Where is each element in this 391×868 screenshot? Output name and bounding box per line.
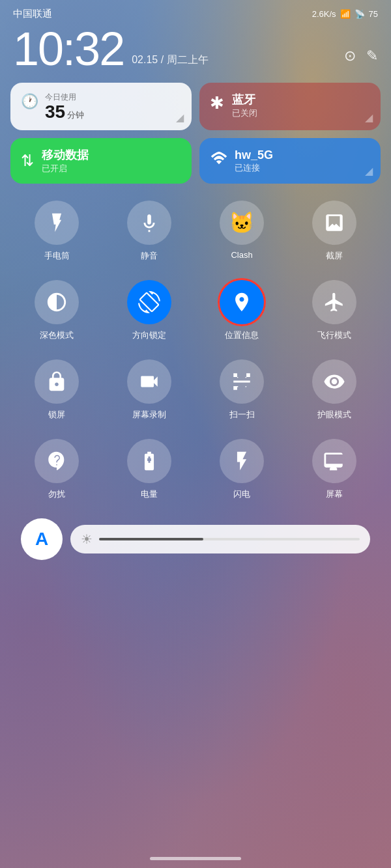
date-display: 02.15 / 周二上午 xyxy=(132,53,208,72)
clash-label: Clash xyxy=(231,250,252,260)
home-indicator[interactable] xyxy=(150,857,241,860)
eyeprotect-label: 护眼模式 xyxy=(317,409,351,421)
button-grid-row2: 深色模式 方向锁定 位置信息 飞行模式 xyxy=(10,273,381,350)
mobile-data-name: 移动数据 xyxy=(42,147,89,163)
button-grid-row4: 勿扰 电量 闪电 屏幕 xyxy=(10,432,381,509)
grid-item-location: 位置信息 xyxy=(195,273,288,350)
avatar-button[interactable]: A xyxy=(21,518,63,560)
airplane-label: 飞行模式 xyxy=(317,329,351,341)
tile-arrow-icon: ◢ xyxy=(176,111,184,124)
signal-icon: 📶 xyxy=(340,9,351,19)
control-panel: 🕐 今日使用 35 分钟 ◢ ✱ 蓝牙 已关闭 ◢ xyxy=(0,83,391,509)
mobile-data-tile[interactable]: ⇅ 移动数据 已开启 xyxy=(10,138,192,184)
button-grid-row3: 锁屏 屏幕录制 扫一扫 护眼模式 xyxy=(10,353,381,430)
airplane-button[interactable] xyxy=(312,280,356,324)
top-tiles: 🕐 今日使用 35 分钟 ◢ ✱ 蓝牙 已关闭 ◢ xyxy=(10,83,381,130)
dnd-button[interactable] xyxy=(35,439,79,483)
grid-item-screenrecord: 屏幕录制 xyxy=(103,353,195,430)
grid-item-flashlight: 手电筒 xyxy=(10,194,103,271)
grid-item-eyeprotect: 护眼模式 xyxy=(288,353,381,430)
grid-item-airplane: 飞行模式 xyxy=(288,273,381,350)
lockscreen-label: 锁屏 xyxy=(48,409,65,421)
screen-time-text: 今日使用 35 分钟 xyxy=(45,92,84,121)
clash-button[interactable]: 🐱 xyxy=(220,201,264,245)
location-label: 位置信息 xyxy=(225,329,259,341)
grid-item-battery: 电量 xyxy=(103,432,195,509)
scan-label: 扫一扫 xyxy=(229,409,255,421)
wifi-tile-icon xyxy=(210,150,228,172)
grid-item-darkmode: 深色模式 xyxy=(10,273,103,350)
screen-time-icon: 🕐 xyxy=(21,93,38,110)
wifi-status: 已连接 xyxy=(235,162,273,174)
time-display: 10:32 xyxy=(13,25,124,72)
battery-label: 75 xyxy=(369,9,378,19)
brightness-track[interactable] xyxy=(99,538,360,540)
screenrecord-button[interactable] xyxy=(127,359,171,404)
grid-item-lockscreen: 锁屏 xyxy=(10,353,103,430)
bt-tile-arrow: ◢ xyxy=(365,111,373,124)
wifi-name: hw_5G xyxy=(235,148,273,162)
mobile-data-text: 移动数据 已开启 xyxy=(42,147,89,175)
battery-label: 电量 xyxy=(141,488,158,500)
silent-button[interactable] xyxy=(127,201,171,245)
bluetooth-tile[interactable]: ✱ 蓝牙 已关闭 ◢ xyxy=(199,83,381,130)
avatar-label: A xyxy=(35,529,48,550)
wifi-tile[interactable]: hw_5G 已连接 ◢ xyxy=(199,138,381,184)
focus-icon[interactable]: ⊙ xyxy=(344,48,356,64)
grid-item-bolt: 闪电 xyxy=(195,432,288,509)
dnd-label: 勿扰 xyxy=(48,488,65,500)
screenshot-button[interactable] xyxy=(312,201,356,245)
grid-item-dnd: 勿扰 xyxy=(10,432,103,509)
grid-item-clash: 🐱 Clash xyxy=(195,194,288,271)
location-button[interactable] xyxy=(220,280,264,324)
battery-button[interactable] xyxy=(127,439,171,483)
time-block: 10:32 02.15 / 周二上午 ⊙ ✎ xyxy=(0,25,391,83)
grid-item-monitor: 屏幕 xyxy=(288,432,381,509)
screenshot-label: 截屏 xyxy=(326,250,343,262)
screen-time-unit: 分钟 xyxy=(67,109,84,121)
bolt-label: 闪电 xyxy=(233,488,250,500)
speed-label: 2.6K/s xyxy=(312,9,336,19)
darkmode-label: 深色模式 xyxy=(40,329,74,341)
carrier-label: 中国联通 xyxy=(13,8,52,20)
wifi-status-icon: 📡 xyxy=(355,9,365,19)
brightness-control[interactable]: ☀ xyxy=(70,525,370,553)
flashlight-button[interactable] xyxy=(35,201,79,245)
wifi-tile-arrow: ◢ xyxy=(365,165,373,177)
mobile-data-icon: ⇅ xyxy=(21,152,34,170)
monitor-label: 屏幕 xyxy=(326,488,343,500)
screenrecord-label: 屏幕录制 xyxy=(132,409,166,421)
darkmode-button[interactable] xyxy=(35,280,79,324)
brightness-icon: ☀ xyxy=(81,531,93,547)
rotation-label: 方向锁定 xyxy=(132,329,166,341)
status-bar: 中国联通 2.6K/s 📶 📡 75 xyxy=(0,0,391,25)
mid-tiles: ⇅ 移动数据 已开启 hw_5G 已连接 ◢ xyxy=(10,138,381,184)
scan-button[interactable] xyxy=(220,359,264,404)
wifi-text: hw_5G 已连接 xyxy=(235,148,273,174)
bluetooth-name: 蓝牙 xyxy=(232,92,257,107)
rotation-button[interactable] xyxy=(127,280,171,324)
bluetooth-status: 已关闭 xyxy=(232,107,257,119)
bottom-controls: A ☀ xyxy=(10,518,381,560)
bluetooth-icon: ✱ xyxy=(210,93,224,113)
lockscreen-button[interactable] xyxy=(35,359,79,404)
bottom-row: A ☀ xyxy=(0,512,391,560)
screen-time-value: 35 xyxy=(45,103,65,121)
mobile-data-status: 已开启 xyxy=(42,163,89,175)
grid-item-silent: 静音 xyxy=(103,194,195,271)
screen-time-tile[interactable]: 🕐 今日使用 35 分钟 ◢ xyxy=(10,83,192,130)
edit-icon[interactable]: ✎ xyxy=(366,48,378,64)
bluetooth-text: 蓝牙 已关闭 xyxy=(232,92,257,119)
grid-item-scan: 扫一扫 xyxy=(195,353,288,430)
time-actions: ⊙ ✎ xyxy=(344,48,378,72)
eyeprotect-button[interactable] xyxy=(312,359,356,404)
bolt-button[interactable] xyxy=(220,439,264,483)
brightness-fill xyxy=(99,538,203,540)
status-right: 2.6K/s 📶 📡 75 xyxy=(312,9,378,19)
grid-item-rotation: 方向锁定 xyxy=(103,273,195,350)
monitor-button[interactable] xyxy=(312,439,356,483)
flashlight-label: 手电筒 xyxy=(44,250,70,262)
grid-item-screenshot: 截屏 xyxy=(288,194,381,271)
silent-label: 静音 xyxy=(141,250,158,262)
button-grid-row1: 手电筒 静音 🐱 Clash 截屏 xyxy=(10,194,381,271)
